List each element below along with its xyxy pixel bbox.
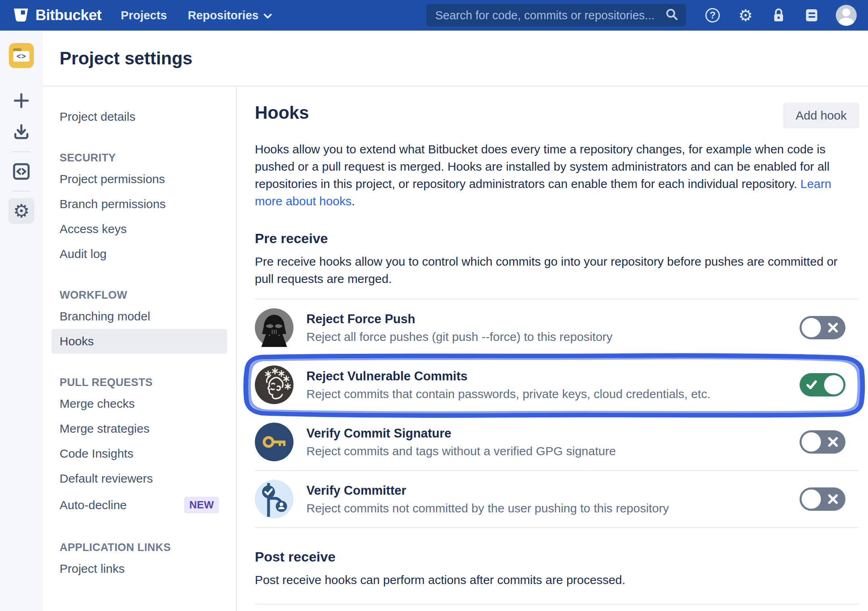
hooks-title: Hooks	[255, 103, 309, 123]
hook-description: Reject all force pushes (git push --forc…	[306, 330, 612, 344]
sidebar-item-auto-decline[interactable]: Auto-decline NEW	[52, 491, 227, 519]
hook-name: Reject Force Push	[306, 312, 612, 326]
global-search[interactable]	[426, 4, 686, 27]
user-avatar[interactable]	[836, 5, 857, 26]
rail-divider	[12, 191, 31, 192]
sidebar-item-audit-log[interactable]: Audit log	[52, 242, 227, 266]
x-icon	[827, 436, 839, 448]
settings-gear-icon[interactable]: ⚙	[8, 198, 34, 224]
hook-toggle-verify-commit-signature[interactable]	[800, 430, 845, 454]
help-icon[interactable]: ?	[704, 6, 721, 24]
hook-name: Verify Committer	[306, 483, 669, 498]
pre-receive-hook-list: Reject Force Push Reject all force pushe…	[255, 299, 859, 528]
face-with-stars-avatar-icon	[255, 365, 293, 404]
bitbucket-bucket-icon	[12, 6, 30, 25]
commit-graph-avatar-icon	[255, 480, 293, 518]
nav-repositories[interactable]: Repositories	[188, 9, 273, 22]
search-input[interactable]	[435, 9, 665, 22]
post-receive-empty-section: No hooks of this type have been installe…	[255, 604, 859, 611]
sidebar-item-code-insights[interactable]: Code Insights	[52, 441, 227, 466]
add-hook-button[interactable]: Add hook	[783, 103, 859, 128]
new-badge: NEW	[184, 497, 219, 513]
clone-download-icon[interactable]	[8, 119, 34, 145]
key-avatar-icon	[255, 423, 293, 461]
lock-icon[interactable]	[770, 6, 787, 24]
code-browser-icon[interactable]	[8, 159, 34, 184]
hook-toggle-reject-vulnerable-commits[interactable]	[800, 373, 845, 396]
sidebar-item-project-permissions[interactable]: Project permissions	[52, 167, 227, 192]
sidebar-item-merge-strategies[interactable]: Merge strategies	[52, 416, 227, 441]
hook-description: Reject commits and tags without a verifi…	[306, 444, 616, 458]
sidebar-item-default-reviewers[interactable]: Default reviewers	[52, 466, 227, 491]
x-icon	[827, 322, 839, 333]
folder-code-icon: <>	[9, 43, 34, 68]
post-receive-description: Post receive hooks can perform actions a…	[255, 571, 859, 588]
hook-row-verify-committer: Verify Committer Reject commits not comm…	[255, 471, 859, 528]
post-receive-title: Post receive	[255, 549, 859, 565]
top-navbar: Bitbucket Projects Repositories ? ⚙	[0, 0, 868, 31]
bitbucket-logo[interactable]: Bitbucket	[12, 6, 101, 25]
hooks-panel: Hooks Add hook Hooks allow you to extend…	[237, 87, 868, 611]
product-name: Bitbucket	[35, 7, 101, 24]
pre-receive-description: Pre receive hooks allow you to control w…	[255, 253, 859, 287]
hook-row-reject-force-push: Reject Force Push Reject all force pushe…	[255, 299, 859, 357]
rail-divider	[12, 151, 31, 152]
hook-description: Reject commits that contain passwords, p…	[306, 387, 711, 401]
panel-icon[interactable]	[803, 6, 820, 24]
hook-row-verify-commit-signature: Verify Commit Signature Reject commits a…	[255, 414, 859, 471]
sidebar-item-branch-permissions[interactable]: Branch permissions	[52, 192, 227, 217]
hooks-intro: Hooks allow you to extend what Bitbucket…	[255, 140, 859, 210]
sidebar-section-security: SECURITY	[52, 146, 227, 167]
pre-receive-title: Pre receive	[255, 231, 859, 246]
search-icon[interactable]	[665, 8, 679, 23]
sidebar-section-workflow: WORKFLOW	[52, 283, 227, 304]
sidebar-item-hooks[interactable]: Hooks	[52, 329, 227, 354]
sidebar-item-branching-model[interactable]: Branching model	[52, 304, 227, 329]
sidebar-item-access-keys[interactable]: Access keys	[52, 217, 227, 242]
page-title: Project settings	[60, 48, 192, 68]
sidebar-item-project-details[interactable]: Project details	[52, 104, 227, 129]
project-avatar[interactable]: <>	[8, 43, 34, 68]
hook-toggle-reject-force-push[interactable]	[800, 316, 845, 339]
hook-toggle-verify-committer[interactable]	[800, 487, 845, 511]
check-icon	[806, 379, 817, 390]
hook-name: Reject Vulnerable Commits	[306, 369, 711, 384]
sidebar-item-merge-checks[interactable]: Merge checks	[52, 391, 227, 416]
hook-row-reject-vulnerable-commits: Reject Vulnerable Commits Reject commits…	[255, 357, 859, 414]
sidebar-section-application-links: APPLICATION LINKS	[52, 536, 227, 556]
gear-icon[interactable]: ⚙	[737, 6, 754, 24]
left-rail: <> ⚙	[0, 31, 43, 611]
x-icon	[827, 493, 839, 505]
sidebar-section-pull-requests: PULL REQUESTS	[52, 371, 227, 391]
sidebar-item-project-links[interactable]: Project links	[52, 556, 227, 581]
chevron-down-icon	[263, 9, 272, 22]
nav-projects[interactable]: Projects	[121, 9, 167, 22]
hook-description: Reject commits not committed by the user…	[306, 502, 669, 515]
darth-vader-avatar-icon	[255, 308, 293, 347]
create-plus-icon[interactable]	[8, 88, 34, 114]
page-header: Project settings	[43, 31, 868, 87]
hook-name: Verify Commit Signature	[306, 426, 616, 441]
settings-sidebar: Project details SECURITY Project permiss…	[43, 87, 237, 611]
